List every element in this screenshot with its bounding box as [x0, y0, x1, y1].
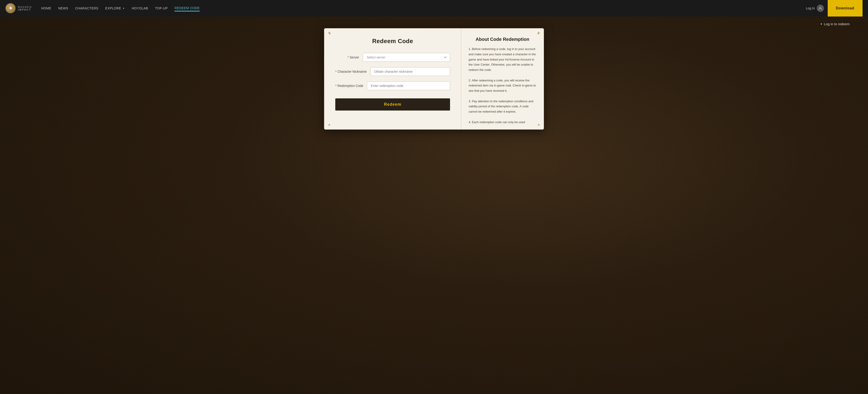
login-label: Log In — [806, 6, 815, 10]
character-label: *Character Nickname — [335, 67, 370, 74]
navigation: ✦ Genshin IMPACT HOME NEWS CHARACTERS EX… — [0, 0, 868, 17]
logo-text: Genshin IMPACT — [18, 5, 32, 11]
redeem-panel-title: Redeem Code — [335, 37, 450, 45]
explore-dropdown-icon: ▼ — [123, 7, 125, 10]
redemption-code-label: *Redemption Code — [335, 81, 367, 88]
corner-decoration-br: ✦ — [537, 123, 540, 127]
corner-decoration-bl: ✦ — [328, 123, 331, 127]
login-button[interactable]: Log In — [806, 5, 824, 12]
page-content: Log in to redeem ✦ ✦ ✦ ✦ Redeem Code *Se… — [0, 0, 868, 394]
server-input-wrap: Select server America Europe Asia TW, HK… — [363, 53, 450, 62]
about-title: About Code Redemption — [469, 37, 536, 42]
character-input-wrap — [370, 67, 450, 76]
nav-item-explore[interactable]: EXPLORE ▼ — [105, 5, 125, 11]
character-required-mark: * — [335, 70, 336, 74]
redeem-submit-button[interactable]: Redeem — [335, 98, 450, 111]
nav-item-topup[interactable]: TOP-UP — [155, 5, 168, 11]
server-required-mark: * — [347, 56, 348, 59]
nav-item-redeem-code[interactable]: REDEEM CODE — [175, 5, 200, 11]
nav-item-hoyolab[interactable]: HoYoLAB — [132, 5, 148, 11]
server-select[interactable]: Select server America Europe Asia TW, HK… — [363, 53, 450, 62]
redeem-panel: ✦ ✦ ✦ ✦ Redeem Code *Server Select serve… — [324, 28, 544, 130]
logo-name: Genshin — [18, 5, 32, 8]
logo-icon: ✦ — [5, 3, 16, 13]
log-in-redeem-text: Log in to redeem — [824, 22, 850, 26]
nav-item-news[interactable]: NEWS — [58, 5, 68, 11]
site-logo[interactable]: ✦ Genshin IMPACT — [5, 3, 32, 13]
character-form-group: *Character Nickname — [335, 67, 450, 76]
main-panel-wrapper: ✦ ✦ ✦ ✦ Redeem Code *Server Select serve… — [0, 28, 868, 139]
server-label: *Server — [335, 53, 363, 60]
nav-links: HOME NEWS CHARACTERS EXPLORE ▼ HoYoLAB T… — [41, 5, 806, 11]
corner-decoration-tr: ✦ — [536, 31, 540, 36]
nav-right: Log In Download — [806, 0, 863, 17]
character-nickname-input[interactable] — [370, 67, 450, 76]
log-in-to-redeem[interactable]: Log in to redeem — [820, 22, 850, 26]
logo-sub: IMPACT — [18, 8, 32, 11]
about-section: About Code Redemption 1. Before redeemin… — [461, 28, 544, 129]
redemption-code-input-wrap — [367, 81, 450, 90]
download-button[interactable]: Download — [828, 0, 863, 17]
nav-item-home[interactable]: HOME — [41, 5, 51, 11]
redemption-code-input[interactable] — [367, 81, 450, 90]
server-form-group: *Server Select server America Europe Asi… — [335, 53, 450, 62]
logo-star-icon: ✦ — [9, 5, 12, 11]
redemption-required-mark: * — [335, 84, 336, 88]
user-avatar-icon — [817, 5, 824, 12]
corner-decoration-tl: ✦ — [328, 31, 332, 36]
nav-item-characters[interactable]: CHARACTERS — [75, 5, 98, 11]
about-text: 1. Before redeeming a code, log in to yo… — [469, 47, 536, 125]
nav-explore-label: EXPLORE — [105, 6, 121, 10]
redemption-code-form-group: *Redemption Code — [335, 81, 450, 90]
redeem-form-section: Redeem Code *Server Select server Americ… — [324, 28, 461, 129]
